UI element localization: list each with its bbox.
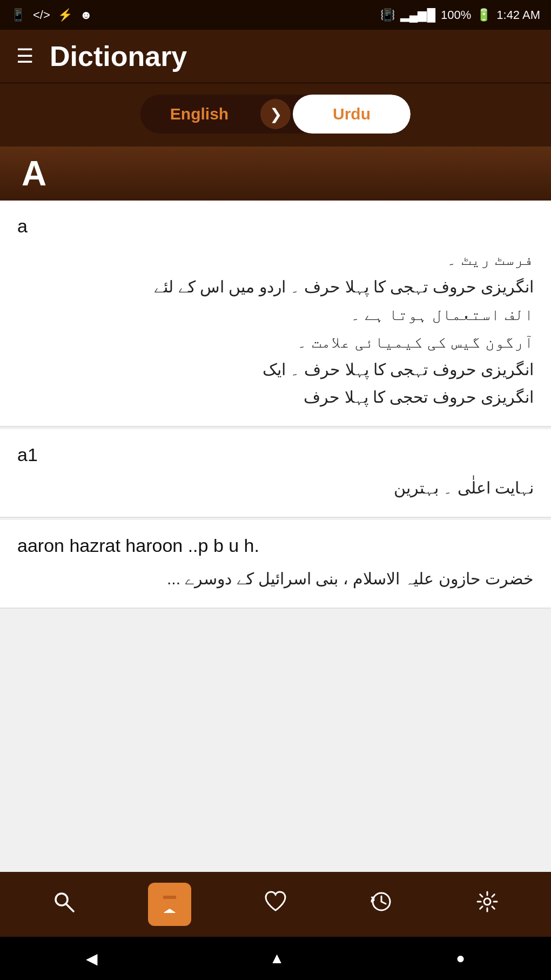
home-button[interactable]: ▲ <box>270 950 285 967</box>
section-header: A <box>0 146 551 201</box>
signal-icon: ▂▄▆█ <box>400 8 435 22</box>
toolbar: ☰ Dictionary <box>0 30 551 84</box>
entry-definition-a: فرسٹ ریٹ ۔ انگریزی حروف تہجی کا پہلا حرف… <box>17 245 534 411</box>
svg-rect-4 <box>163 896 176 899</box>
phone-icon: 📱 <box>11 8 25 22</box>
page-title: Dictionary <box>50 40 187 72</box>
history-icon <box>369 890 393 919</box>
svg-line-1 <box>66 904 73 911</box>
recents-button[interactable]: ● <box>456 950 465 967</box>
battery-percent: 100% <box>441 8 471 22</box>
heart-icon <box>264 890 287 919</box>
entries-container: a فرسٹ ریٹ ۔ انگریزی حروف تہجی کا پہلا ح… <box>0 201 551 872</box>
english-tab[interactable]: English <box>140 95 258 134</box>
entry-card-a: a فرسٹ ریٹ ۔ انگریزی حروف تہجی کا پہلا ح… <box>0 201 551 427</box>
menu-icon[interactable]: ☰ <box>16 46 33 66</box>
entry-word-a1: a1 <box>17 444 534 465</box>
search-icon <box>52 890 76 919</box>
entry-word-aaron: aaron hazrat haroon ..p b u h. <box>17 535 534 556</box>
system-navigation: ◀ ▲ ● <box>0 937 551 980</box>
usb-icon: ⚡ <box>58 8 72 22</box>
vibrate-icon: 📳 <box>380 8 395 22</box>
code-icon: </> <box>33 8 50 22</box>
clock: 1:42 AM <box>496 8 540 22</box>
entry-card-aaron: aaron hazrat haroon ..p b u h. خضرت حازو… <box>0 520 551 609</box>
back-button[interactable]: ◀ <box>86 950 98 968</box>
svg-point-6 <box>484 898 490 905</box>
bookmark-active-box <box>148 883 191 926</box>
entry-definition-a1: نہایت اعلٰی ۔ بہترین <box>17 474 534 502</box>
entry-definition-aaron: خضرت حازون علیہ الاسلام ، بنی اسرائیل کے… <box>17 565 534 592</box>
battery-icon: 🔋 <box>476 8 491 22</box>
nav-history[interactable] <box>328 872 434 937</box>
section-letter: A <box>22 154 46 194</box>
nav-search[interactable] <box>11 872 117 937</box>
status-bar: 📱 </> ⚡ ☻ 📳 ▂▄▆█ 100% 🔋 1:42 AM <box>0 0 551 30</box>
nav-settings[interactable] <box>434 872 540 937</box>
urdu-tab[interactable]: Urdu <box>293 95 411 134</box>
status-left-icons: 📱 </> ⚡ ☻ <box>11 8 92 22</box>
entry-card-a1: a1 نہایت اعلٰی ۔ بہترین <box>0 429 551 518</box>
language-toggle[interactable]: English ❯ Urdu <box>140 95 411 134</box>
nav-bookmark[interactable] <box>117 872 223 937</box>
toggle-arrow-icon[interactable]: ❯ <box>260 99 291 129</box>
android-icon: ☻ <box>80 8 92 22</box>
language-selector-container: English ❯ Urdu <box>0 84 551 146</box>
settings-icon <box>475 890 499 919</box>
status-right-icons: 📳 ▂▄▆█ 100% 🔋 1:42 AM <box>380 8 540 22</box>
nav-favorites[interactable] <box>223 872 328 937</box>
bottom-navigation <box>0 872 551 937</box>
entry-word-a: a <box>17 216 534 237</box>
